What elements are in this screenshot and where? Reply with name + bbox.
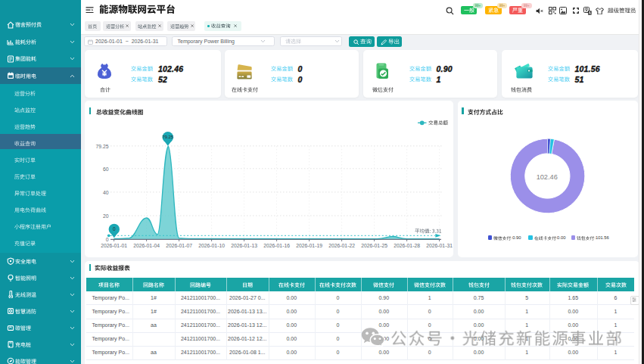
svg-text:40: 40 [103,190,109,195]
svg-text:2026-01-31: 2026-01-31 [426,243,453,248]
svg-text:0: 0 [106,237,109,242]
svg-text:79.25: 79.25 [95,144,108,149]
svg-text:2026-01-13: 2026-01-13 [231,243,257,248]
svg-text:2026-01-22: 2026-01-22 [328,243,355,248]
svg-text:2026-01-01: 2026-01-01 [101,243,127,248]
svg-text:102.46: 102.46 [536,173,557,181]
svg-text:2026-01-25: 2026-01-25 [361,243,387,248]
svg-text:2026-01-04: 2026-01-04 [133,243,160,248]
svg-text:20: 20 [103,213,109,219]
svg-text:2026-01-16: 2026-01-16 [263,243,290,248]
svg-text:0: 0 [113,226,116,232]
svg-text:79.25: 79.25 [163,135,174,139]
svg-text:2026-01-10: 2026-01-10 [198,243,225,248]
svg-text:2026-01-07: 2026-01-07 [166,243,192,248]
svg-text:2026-01-28: 2026-01-28 [394,243,420,248]
svg-text:60: 60 [103,166,109,172]
svg-text:2026-01-19: 2026-01-19 [296,243,322,248]
